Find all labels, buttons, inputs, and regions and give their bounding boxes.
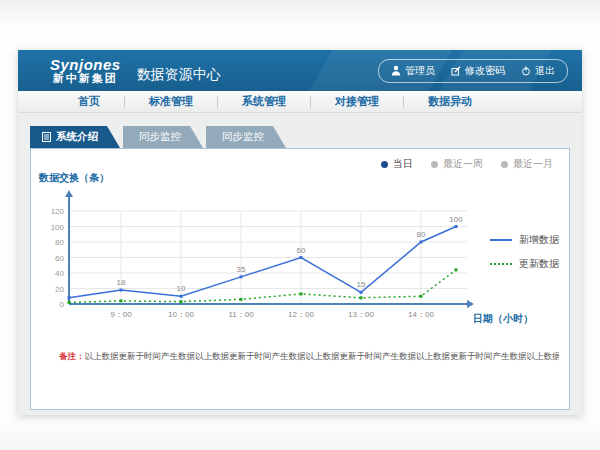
svg-text:60: 60 (297, 246, 306, 255)
tab-system-intro[interactable]: 系统介绍 (30, 126, 120, 148)
svg-text:14：00: 14：00 (408, 310, 434, 319)
svg-text:35: 35 (237, 265, 246, 274)
nav-item-data-change[interactable]: 数据异动 (404, 94, 496, 109)
radio-dot-icon (381, 161, 388, 168)
power-icon (521, 66, 531, 76)
x-axis-title: 日期（小时） (473, 312, 533, 326)
radio-dot-icon (501, 161, 508, 168)
nav-item-standard-mgmt[interactable]: 标准管理 (125, 94, 217, 109)
svg-text:10: 10 (177, 284, 186, 293)
legend-item-new-data[interactable]: 新增数据 (490, 233, 559, 247)
svg-text:15: 15 (357, 280, 366, 289)
footnote-text: 以上数据更新于时间产生数据以上数据更新于时间产生数据以上数据更新于时间产生数据以… (85, 351, 560, 361)
chart-legend: 新增数据 更新数据 (490, 233, 559, 281)
tab-label: 系统介绍 (56, 130, 98, 144)
tab-label: 同步监控 (222, 130, 264, 144)
content-area: 系统介绍 同步监控 同步监控 当日 最近一周 (18, 113, 582, 410)
change-password-label: 修改密码 (465, 64, 505, 78)
tab-bar: 系统介绍 同步监控 同步监控 (30, 126, 582, 148)
footnote-label: 备注： (59, 351, 85, 361)
svg-text:80: 80 (55, 238, 64, 247)
user-name: 管理员 (405, 64, 435, 78)
svg-text:80: 80 (417, 230, 426, 239)
solid-line-swatch-icon (490, 239, 512, 241)
nav-item-home[interactable]: 首页 (54, 94, 124, 109)
radio-label: 最近一周 (443, 157, 483, 171)
user-toolbar: 管理员 修改密码 退出 (378, 59, 568, 83)
radio-label: 当日 (393, 157, 413, 171)
legend-item-updated-data[interactable]: 更新数据 (490, 257, 559, 271)
app-window: Synjones 新中新集团 数据资源中心 管理员 修改密码 (18, 50, 582, 415)
tab-sync-monitor-1[interactable]: 同步监控 (123, 126, 203, 148)
y-axis-title: 数据交换（条） (39, 171, 109, 185)
nav-item-system-mgmt[interactable]: 系统管理 (218, 94, 310, 109)
logo-text-cn: 新中新集团 (50, 73, 121, 85)
tab-sync-monitor-2[interactable]: 同步监控 (206, 126, 286, 148)
svg-text:100: 100 (449, 215, 463, 224)
chart-panel: 当日 最近一周 最近一月 数据交换（条） 0204060801001209：00… (30, 148, 570, 410)
svg-text:12：00: 12：00 (288, 310, 314, 319)
radio-last-month[interactable]: 最近一月 (501, 157, 553, 171)
company-logo: Synjones 新中新集团 (50, 57, 121, 84)
document-icon (42, 132, 51, 142)
logout-button[interactable]: 退出 (521, 64, 555, 78)
page-title: 数据资源中心 (137, 66, 221, 84)
app-header: Synjones 新中新集团 数据资源中心 管理员 修改密码 (18, 50, 582, 91)
nav-item-interface-mgmt[interactable]: 对接管理 (311, 94, 403, 109)
logout-label: 退出 (535, 64, 555, 78)
svg-text:18: 18 (117, 278, 126, 287)
svg-text:20: 20 (55, 285, 64, 294)
logo-text-en: Synjones (50, 57, 121, 73)
svg-text:9：00: 9：00 (110, 310, 132, 319)
svg-text:11：00: 11：00 (228, 310, 254, 319)
svg-text:120: 120 (51, 207, 65, 216)
change-password-button[interactable]: 修改密码 (451, 64, 505, 78)
user-menu[interactable]: 管理员 (391, 64, 435, 78)
svg-text:100: 100 (51, 223, 65, 232)
dotted-line-swatch-icon (490, 263, 512, 265)
edit-icon (451, 66, 461, 76)
radio-dot-icon (431, 161, 438, 168)
radio-today[interactable]: 当日 (381, 157, 413, 171)
main-nav: 首页 标准管理 系统管理 对接管理 数据异动 (18, 91, 582, 113)
user-icon (391, 65, 401, 76)
radio-last-week[interactable]: 最近一周 (431, 157, 483, 171)
time-range-radios: 当日 最近一周 最近一月 (381, 157, 553, 171)
svg-text:0: 0 (60, 300, 65, 309)
svg-text:10：00: 10：00 (168, 310, 194, 319)
legend-label: 新增数据 (519, 233, 559, 247)
svg-text:60: 60 (55, 254, 64, 263)
svg-text:13：00: 13：00 (348, 310, 374, 319)
tab-label: 同步监控 (139, 130, 181, 144)
radio-label: 最近一月 (513, 157, 553, 171)
footnote: 备注：以上数据更新于时间产生数据以上数据更新于时间产生数据以上数据更新于时间产生… (59, 351, 559, 363)
svg-text:40: 40 (55, 269, 64, 278)
legend-label: 更新数据 (519, 257, 559, 271)
